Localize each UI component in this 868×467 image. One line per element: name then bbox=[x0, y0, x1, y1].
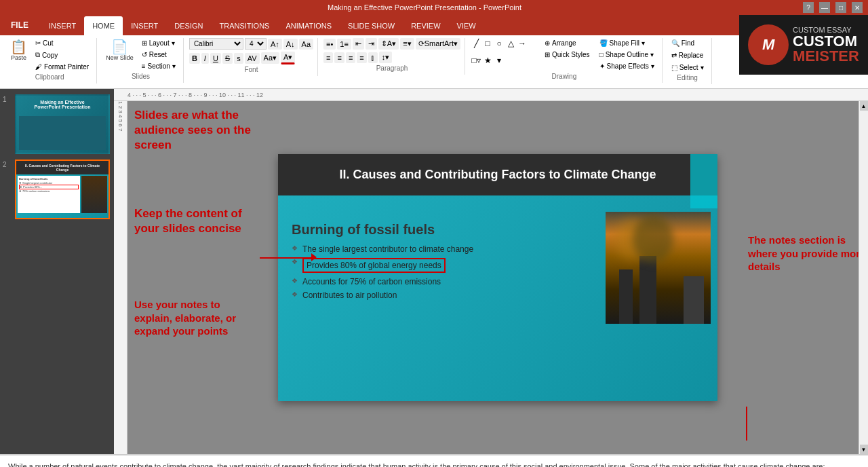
find-button[interactable]: 🔍 Find bbox=[668, 38, 707, 48]
font-family-select[interactable]: Calibri bbox=[189, 38, 243, 50]
tab-insert2[interactable]: INSERT bbox=[123, 16, 166, 35]
tab-insert[interactable]: INSERT bbox=[41, 16, 84, 35]
more-shapes[interactable]: ▾ bbox=[494, 55, 505, 66]
slide-1-thumb[interactable]: 1 Making an EffectivePowerPoint Presenta… bbox=[3, 94, 111, 154]
slide-1-image[interactable]: Making an EffectivePowerPoint Presentati… bbox=[15, 94, 110, 154]
vertical-scrollbar[interactable]: ▲ ▼ bbox=[859, 101, 868, 454]
paragraph-group: ≡• 1≡ ⇤ ⇥ ⇕A▾ ≡▾ ⟳SmartArt▾ ≡ ≡ ≡ ≡ ⫿ ↕▾ bbox=[319, 38, 465, 75]
shapes-panel: ╱ □ ○ △ → □▿ ★ ▾ bbox=[471, 38, 538, 71]
slide-2-num: 2 bbox=[3, 161, 12, 168]
drawing-group: ╱ □ ○ △ → □▿ ★ ▾ ⊕ Arrange ⊞ Quick Style… bbox=[467, 38, 663, 83]
layout-button[interactable]: ⊞ Layout ▾ bbox=[138, 38, 179, 48]
tab-review[interactable]: REVIEW bbox=[403, 16, 448, 35]
highlighted-bullet: Provides 80% of global energy needs bbox=[302, 258, 446, 273]
slides-label: Slides bbox=[132, 73, 150, 80]
reset-button[interactable]: ↺ Reset bbox=[138, 50, 179, 60]
font-size-select[interactable]: 40 bbox=[245, 38, 267, 50]
shape-effects-button[interactable]: ✦ Shape Effects ▾ bbox=[596, 61, 658, 71]
tab-design[interactable]: DESIGN bbox=[166, 16, 211, 35]
rect-shape[interactable]: □ bbox=[482, 38, 493, 49]
close-button[interactable]: ✕ bbox=[852, 2, 863, 13]
decrease-indent[interactable]: ⇤ bbox=[353, 38, 364, 50]
slide-2-thumb[interactable]: 2 II. Causes and Contributing Factors to… bbox=[3, 160, 111, 219]
paste-icon: 📋 bbox=[10, 40, 27, 54]
scroll-up[interactable]: ▲ bbox=[860, 101, 868, 111]
align-center[interactable]: ≡ bbox=[334, 52, 344, 63]
scroll-track bbox=[860, 111, 868, 445]
align-right[interactable]: ≡ bbox=[346, 52, 355, 63]
shape-outline-button[interactable]: □ Shape Outline ▾ bbox=[596, 50, 658, 60]
line-shape[interactable]: ╱ bbox=[471, 38, 481, 49]
triangle-shape[interactable]: △ bbox=[505, 38, 516, 49]
line-spacing[interactable]: ↕▾ bbox=[379, 52, 393, 63]
increase-indent[interactable]: ⇥ bbox=[366, 38, 377, 50]
font-size-increase[interactable]: A↑ bbox=[268, 39, 282, 50]
clipboard-label: Clipboard bbox=[35, 73, 64, 81]
slide-panel: 1 Making an EffectivePowerPoint Presenta… bbox=[0, 89, 114, 454]
slide-canvas-area: Slides are what the audience sees on the… bbox=[127, 101, 868, 454]
char-spacing-button[interactable]: AV bbox=[245, 53, 260, 64]
slide-photo bbox=[606, 212, 711, 324]
change-case-button[interactable]: Aa▾ bbox=[261, 52, 279, 64]
bullets-button[interactable]: ≡• bbox=[323, 39, 336, 50]
horizontal-ruler: 4 · · · 5 · · · 6 · · · 7 · · · 8 · · · … bbox=[114, 89, 868, 101]
tab-slideshow[interactable]: SLIDE SHOW bbox=[340, 16, 403, 35]
oval-shape[interactable]: ○ bbox=[494, 38, 505, 49]
notes-area[interactable]: While a number of natural events contrib… bbox=[0, 454, 868, 467]
logo-icon: M bbox=[748, 24, 789, 65]
cut-button[interactable]: ✂ Cut bbox=[32, 38, 92, 48]
font-label: Font bbox=[244, 66, 258, 73]
align-text[interactable]: ≡▾ bbox=[400, 38, 414, 50]
shape-fill-button[interactable]: 🪣 Shape Fill ▾ bbox=[596, 38, 658, 48]
tab-view[interactable]: VIEW bbox=[449, 16, 484, 35]
tab-transitions[interactable]: TRANSITIONS bbox=[211, 16, 277, 35]
minimize-button[interactable]: — bbox=[819, 2, 830, 13]
teal-accent bbox=[690, 154, 717, 208]
font-row-2: B I U S s AV Aa▾ A▾ bbox=[189, 52, 313, 64]
italic-button[interactable]: I bbox=[201, 53, 209, 64]
shadow-button[interactable]: s bbox=[234, 53, 243, 64]
format-painter-button[interactable]: 🖌 Format Painter bbox=[32, 62, 92, 72]
callout-shape[interactable]: □▿ bbox=[471, 55, 481, 66]
arrow-shape[interactable]: → bbox=[517, 38, 528, 49]
slide-header: II. Causes and Contributing Factors to C… bbox=[278, 154, 717, 195]
underline-button[interactable]: U bbox=[210, 53, 221, 64]
section-button[interactable]: ≡ Section ▾ bbox=[138, 61, 179, 71]
editing-group: 🔍 Find ⇄ Replace ⬚ Select ▾ Editing bbox=[664, 38, 712, 84]
star-shape[interactable]: ★ bbox=[482, 55, 493, 66]
font-size-decrease[interactable]: A↓ bbox=[283, 39, 298, 50]
help-button[interactable]: ? bbox=[803, 2, 814, 13]
arrange-button[interactable]: ⊕ Arrange bbox=[541, 38, 593, 48]
numbering-button[interactable]: 1≡ bbox=[337, 39, 351, 50]
title-bar: Making an Effective PowerPoint Presentat… bbox=[0, 0, 868, 15]
font-color-button[interactable]: A▾ bbox=[281, 52, 295, 64]
new-slide-button[interactable]: 📄 New Slide bbox=[102, 38, 137, 63]
justify[interactable]: ≡ bbox=[357, 52, 366, 63]
copy-button[interactable]: ⧉ Copy bbox=[32, 50, 92, 60]
arrowhead-middle bbox=[311, 253, 317, 261]
maximize-button[interactable]: □ bbox=[835, 2, 846, 13]
strikethrough-button[interactable]: S bbox=[222, 53, 233, 64]
columns[interactable]: ⫿ bbox=[368, 52, 378, 63]
text-direction[interactable]: ⇕A▾ bbox=[378, 38, 399, 50]
paste-button[interactable]: 📋 Paste bbox=[7, 38, 31, 63]
clipboard-buttons: 📋 Paste ✂ Cut ⧉ Copy 🖌 Format Painter bbox=[7, 38, 92, 72]
slide-canvas[interactable]: II. Causes and Contributing Factors to C… bbox=[278, 154, 717, 401]
convert-smartart[interactable]: ⟳SmartArt▾ bbox=[416, 38, 460, 50]
clear-formatting[interactable]: Aa bbox=[299, 39, 313, 50]
slide-2-image[interactable]: II. Causes and Contributing Factors to C… bbox=[15, 160, 110, 219]
tab-home[interactable]: HOME bbox=[84, 16, 123, 35]
align-left[interactable]: ≡ bbox=[323, 52, 333, 63]
scroll-down[interactable]: ▼ bbox=[860, 445, 868, 454]
ribbon-content: 📋 Paste ✂ Cut ⧉ Copy 🖌 Format Painter Cl… bbox=[0, 35, 868, 88]
replace-button[interactable]: ⇄ Replace bbox=[668, 50, 707, 60]
main-area: 1 Making an EffectivePowerPoint Presenta… bbox=[0, 89, 868, 454]
tab-animations[interactable]: ANIMATIONS bbox=[277, 16, 340, 35]
select-button[interactable]: ⬚ Select ▾ bbox=[668, 62, 707, 73]
notes-intro: While a number of natural events contrib… bbox=[8, 461, 860, 467]
quick-styles-button[interactable]: ⊞ Quick Styles bbox=[541, 50, 593, 60]
bold-button[interactable]: B bbox=[189, 53, 200, 64]
ribbon-tabs: INSERT HOME INSERT DESIGN TRANSITIONS AN… bbox=[0, 15, 868, 35]
window-title: Making an Effective PowerPoint Presentat… bbox=[46, 3, 803, 12]
file-button[interactable]: FILE bbox=[0, 15, 39, 35]
